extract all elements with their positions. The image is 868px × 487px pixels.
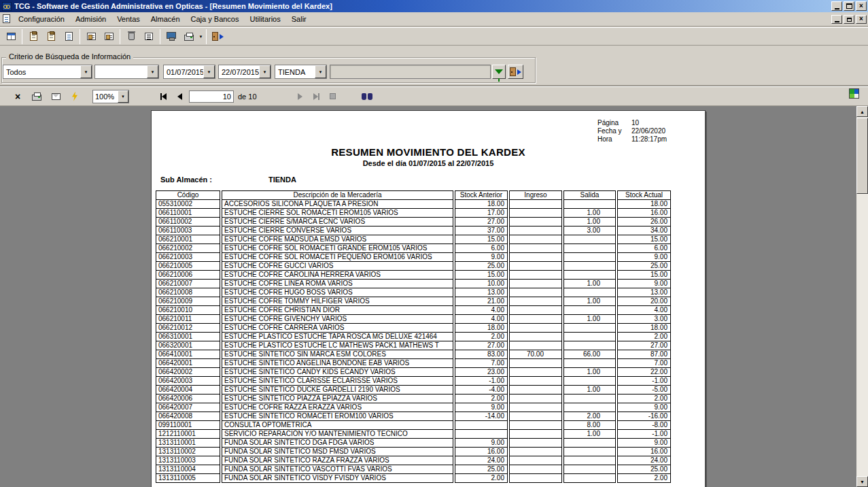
print-button[interactable] [180,29,198,45]
list-button[interactable] [140,29,158,45]
table-cell: 066110003 [156,226,220,235]
secondary-filter-select[interactable]: ▼ [94,65,159,79]
table-cell [563,332,616,341]
table-cell: 70.00 [509,350,562,359]
table-cell: 2.00 [455,332,508,341]
close-preview-button[interactable]: × [10,89,26,104]
meta-value: 11:28:17pm [631,135,667,143]
monitor-button[interactable] [162,29,180,45]
scroll-up-button[interactable]: ▲ [856,106,868,117]
export-report-button[interactable] [48,89,64,104]
stop-button[interactable] [325,89,341,104]
menu-utilitarios[interactable]: Utilitarios [245,14,286,24]
table-cell: 18.00 [617,323,671,333]
table-cell: 066420002 [156,367,220,377]
table-cell: -8.00 [617,420,671,430]
zoom-value: 100% [93,93,118,101]
refresh-button[interactable] [67,89,83,104]
filter-type-select[interactable]: Todos ▼ [3,65,92,79]
card-file-alt-button[interactable] [100,29,118,45]
table-cell: 066420001 [156,358,220,368]
menu-salir[interactable]: Salir [286,14,312,24]
print-report-button[interactable] [29,89,45,104]
date-to-select[interactable]: 22/07/2015 ▼ [218,65,271,79]
column-header: Stock Anterior [455,190,508,200]
zoom-select[interactable]: 100% ▼ [92,90,129,103]
delete-button[interactable] [122,29,140,45]
dropdown-button[interactable]: ▼ [315,65,326,78]
page-number-input[interactable] [189,90,234,103]
arrow-down-icon: ▼ [860,480,865,484]
mdi-restore-button[interactable] [844,15,854,24]
menu-almacen[interactable]: Almacén [145,14,186,24]
last-page-button[interactable] [309,89,325,104]
minimize-button[interactable] [831,1,842,11]
table-cell [563,288,616,297]
menu-caja-y-bancos[interactable]: Caja y Bancos [186,14,245,24]
close-search-button[interactable] [508,65,523,79]
exit-arrow-icon [517,69,521,75]
dropdown-button[interactable]: ▼ [259,65,271,78]
filter-type-value: Todos [3,68,80,76]
card-file-button[interactable] [82,29,100,45]
date-from-select[interactable]: 01/07/2015 ▼ [163,65,215,79]
first-page-button[interactable] [155,89,171,104]
table-cell: 7.00 [455,358,508,368]
dropdown-button[interactable]: ▼ [147,65,158,78]
window-form-button[interactable] [2,29,20,45]
toolbar-separator [22,29,22,44]
clipboard-button[interactable] [24,29,42,45]
table-row: 066420006ESTUCHE SINTETICO PIAZZA EPIAZZ… [156,394,674,403]
minimize-icon [835,8,839,10]
table-cell [509,341,562,350]
report-meta: Página10 Fecha y22/06/2020 Hora11:28:17p… [597,119,667,144]
mdi-close-button[interactable]: × [856,15,867,24]
table-cell [563,394,616,403]
next-page-button[interactable] [292,89,309,104]
menu-admision[interactable]: Admisión [70,14,111,24]
table-cell: 24.00 [617,456,671,465]
warehouse-select[interactable]: TIENDA ▼ [275,65,327,79]
clipboard-alt-button[interactable] [42,29,60,45]
table-cell: 1313110002 [156,447,220,456]
mdi-minimize-button[interactable] [831,15,842,24]
table-cell [563,456,616,465]
maximize-button[interactable] [844,1,854,11]
meta-label: Fecha y [597,127,631,135]
table-cell: ESTUCHE PLASTICO ESTUCHE LC MATHEWS PACK… [222,341,453,350]
menu-ventas[interactable]: Ventas [111,14,145,24]
table-row: 066110003ESTUCHE CIERRE CONVERSE VARIOS3… [156,226,674,235]
table-cell: FUNDA SOLAR SINTETICO MSD FMSD VARIOS [222,447,453,456]
search-value-input[interactable] [330,65,491,79]
restore-icon [847,18,852,22]
table-cell [509,199,562,209]
table-row: 066420001ESTUCHE SINTETICO ANGELINA BOND… [156,358,674,368]
document-button[interactable] [60,29,77,45]
previous-page-button[interactable] [171,89,188,104]
table-cell [563,244,616,253]
table-cell: 1.00 [563,208,616,218]
sub-warehouse-label: Sub Almacén : [160,175,212,184]
dropdown-button[interactable]: ▼ [80,65,92,78]
menu-configuracion[interactable]: Configuración [13,14,70,24]
dropdown-button[interactable]: ▼ [118,90,128,103]
search-text-button[interactable] [359,89,375,104]
dropdown-button[interactable]: ▼ [203,65,215,78]
table-cell: ESTUCHE SINTETICO DUCKE GARDELLI 2190 VA… [222,385,453,394]
close-button[interactable]: × [856,1,867,11]
scrollbar-thumb[interactable] [856,118,868,194]
date-from-value: 01/07/2015 [164,68,203,76]
vertical-scrollbar[interactable]: ▲ ▼ [856,106,868,487]
exit-button[interactable] [209,29,226,45]
table-row: 1313110005FUNDA SOLAR SINTETICO VISDY FV… [156,473,674,483]
table-cell: 066420007 [156,403,220,412]
table-cell: 1.00 [563,385,616,394]
table-cell [509,385,562,394]
table-cell: 066420003 [156,376,220,386]
table-cell: 8.00 [563,420,616,430]
scroll-down-button[interactable]: ▼ [856,476,868,487]
table-cell: 15.00 [617,270,671,280]
print-options-dropdown[interactable]: ▼ [198,29,204,45]
apply-filter-button[interactable] [492,65,506,79]
table-cell: ESTUCHE COFRE CHRISTIAN DIOR [222,305,453,315]
